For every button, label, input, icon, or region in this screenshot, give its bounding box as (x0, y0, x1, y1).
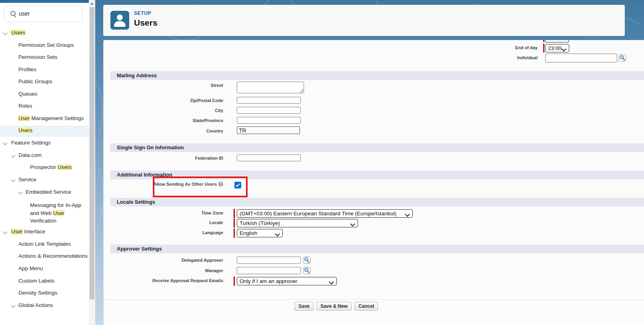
chevron-down-icon[interactable] (3, 140, 7, 145)
city-input[interactable] (237, 107, 301, 114)
cancel-button[interactable]: Cancel (354, 302, 378, 311)
form-row-delegated-approver: Delegated Approver (104, 257, 310, 264)
end-of-day-value: 23:00 (548, 45, 562, 51)
time-zone-label: Time Zone (104, 209, 230, 215)
chevron-down-icon[interactable] (11, 177, 15, 182)
federation-id-input[interactable] (237, 154, 301, 161)
red-annotation-box (153, 177, 248, 197)
lookup-icon[interactable] (619, 54, 626, 62)
search-icon (10, 11, 16, 16)
required-bar (543, 40, 544, 42)
individual-input[interactable] (545, 54, 617, 62)
sidebar-item-action-link-templates[interactable]: Action Link Templates (0, 241, 71, 247)
sidebar-item-messaging-in-app-web-user-verification[interactable]: Messaging for In-App and Web User Verifi… (0, 201, 90, 225)
sidebar-item-prospector-users[interactable]: Prospector Users (0, 164, 72, 170)
sidebar-item-users-selected[interactable]: Users (0, 127, 32, 133)
form-row-state: State/Province (104, 117, 301, 124)
sidebar-item-label: Actions & Recommendations (18, 253, 88, 259)
language-select[interactable]: English (237, 229, 283, 237)
required-bar (234, 277, 235, 286)
sidebar-item-public-groups[interactable]: Public Groups (0, 78, 52, 84)
sidebar-item-permission-sets[interactable]: Permission Sets (0, 54, 58, 60)
sidebar-item-label: Queues (18, 91, 37, 97)
sidebar-item-label: Feature Settings (11, 140, 51, 146)
sidebar-item-profiles[interactable]: Profiles (0, 66, 36, 72)
sidebar-item-custom-labels[interactable]: Custom Labels (0, 278, 54, 284)
locale-value: Turkish (Türkiye) (240, 220, 280, 226)
chevron-down-icon[interactable] (3, 229, 7, 234)
section-header-sso: Single Sign On Information (110, 143, 644, 152)
street-textarea[interactable] (237, 82, 304, 93)
sidebar-item-label: Global Actions (18, 302, 53, 308)
sidebar-top-bar (0, 0, 95, 3)
zip-input[interactable] (237, 97, 301, 104)
sidebar-item-feature-settings[interactable]: Feature Settings (0, 140, 51, 146)
form-row-receive-approval-emails: Receive Approval Request Emails Only if … (104, 277, 337, 285)
form-row-locale: Locale Turkish (Türkiye) (104, 219, 358, 227)
sidebar-item-service[interactable]: Service (0, 177, 36, 183)
sidebar-search[interactable] (4, 6, 82, 22)
sidebar-item-label: Prospector (30, 164, 58, 170)
language-label: Language (104, 229, 230, 235)
locale-select[interactable]: Turkish (Türkiye) (237, 219, 358, 227)
country-input[interactable] (237, 126, 300, 134)
required-bar (234, 209, 235, 218)
chevron-down-icon[interactable] (11, 153, 15, 157)
user-edit-form: End of day 23:00 Individual Mailing Addr… (103, 40, 644, 325)
sidebar-item-label: Public Groups (18, 78, 52, 84)
sidebar-item-label: Interface (23, 229, 45, 235)
scrollbar-thumb[interactable] (90, 7, 94, 299)
sidebar-item-actions-recommendations[interactable]: Actions & Recommendations (0, 253, 88, 259)
delegated-approver-input[interactable] (237, 257, 301, 264)
sidebar-item-user-management-settings[interactable]: User Management Settings (0, 115, 84, 121)
sidebar-item-user-interface[interactable]: User Interface (0, 229, 45, 235)
sidebar-item-roles[interactable]: Roles (0, 103, 32, 109)
form-row-language: Language English (104, 229, 283, 237)
locale-label: Locale (104, 219, 230, 225)
chevron-down-icon[interactable] (3, 30, 7, 35)
sidebar-scrollbar[interactable] (89, 0, 95, 325)
receive-approval-emails-label: Receive Approval Request Emails (104, 277, 230, 283)
sidebar-item-queues[interactable]: Queues (0, 91, 37, 97)
sidebar-item-app-menu[interactable]: App Menu (0, 265, 43, 271)
form-footer: Save Save & New Cancel (104, 299, 644, 325)
page-title: Users (134, 18, 157, 28)
time-zone-select[interactable]: (GMT+03:00) Eastern European Standard Ti… (237, 209, 413, 218)
sidebar-item-label: Custom Labels (18, 278, 54, 284)
delegated-approver-label: Delegated Approver (104, 257, 230, 263)
chevron-down-icon[interactable] (18, 190, 22, 194)
lookup-icon[interactable] (303, 267, 310, 274)
lookup-icon[interactable] (303, 257, 310, 264)
receive-approval-emails-select[interactable]: Only if I am an approver (237, 277, 337, 285)
resize-handle-icon[interactable] (300, 89, 303, 92)
sidebar-item-permission-set-groups[interactable]: Permission Set Groups (0, 42, 74, 48)
save-and-new-button[interactable]: Save & New (316, 302, 352, 311)
save-button[interactable]: Save (294, 302, 314, 311)
partial-select-cropped[interactable] (545, 40, 569, 42)
sidebar-item-label: Action Link Templates (18, 241, 71, 247)
sidebar-item-embedded-service[interactable]: Embedded Service (0, 189, 71, 195)
manager-input[interactable] (237, 267, 301, 274)
chevron-down-icon[interactable] (11, 303, 15, 307)
end-of-day-select[interactable]: 23:00 (545, 44, 569, 52)
sidebar-item-label: Service (18, 177, 36, 183)
time-zone-value: (GMT+03:00) Eastern European Standard Ti… (240, 211, 396, 217)
page-header: SETUP Users (103, 5, 625, 36)
sidebar-item-density-settings[interactable]: Density Settings (0, 290, 58, 296)
state-input[interactable] (237, 117, 301, 124)
sidebar-item-label: Data.com (18, 152, 42, 158)
sidebar-item-label: Permission Set Groups (18, 42, 74, 48)
sidebar-item-global-actions[interactable]: Global Actions (0, 302, 53, 308)
sidebar-item-label: App Menu (18, 265, 43, 271)
end-of-day-label: End of day (515, 45, 538, 50)
sidebar-item-users-group[interactable]: Users (0, 30, 25, 36)
search-input[interactable] (19, 9, 78, 18)
sidebar-item-label: and Web (30, 210, 53, 216)
language-value: English (240, 230, 257, 236)
sidebar-item-label: Embedded Service (26, 189, 71, 195)
scroll-up-icon[interactable] (90, 2, 94, 5)
form-row-manager: Manager (104, 267, 310, 274)
person-icon-body (114, 21, 126, 27)
sidebar-item-data-com[interactable]: Data.com (0, 152, 42, 158)
section-header-approver-settings: Approver Settings (110, 245, 644, 253)
